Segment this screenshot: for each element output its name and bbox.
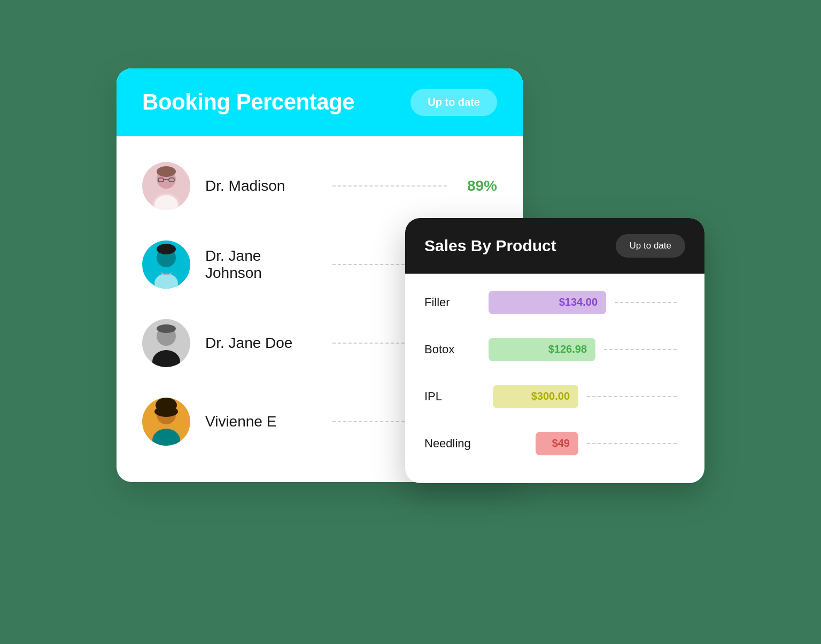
product-name-ipl: IPL <box>424 390 489 404</box>
filler-price: $134.00 <box>559 296 598 308</box>
avatar-jane-doe <box>142 319 190 367</box>
doctor-name-vivienne: Vivienne E <box>205 413 320 430</box>
doctor-name-madison: Dr. Madison <box>205 177 320 195</box>
svg-point-6 <box>157 166 176 177</box>
percentage-madison: 89% <box>460 177 497 195</box>
booking-title: Booking Percentage <box>142 89 354 115</box>
botox-price: $126.98 <box>548 343 587 355</box>
doctor-row-madison: Dr. Madison 89% <box>117 147 523 225</box>
product-row-filler: Filler $134.00 <box>405 279 704 326</box>
avatar-vivienne <box>142 398 190 446</box>
product-name-filler: Filler <box>424 296 489 309</box>
svg-point-15 <box>152 429 180 446</box>
product-row-needling: Needling $49 <box>405 420 704 467</box>
sales-title: Sales By Product <box>424 237 556 255</box>
product-name-needling: Needling <box>424 437 489 451</box>
svg-point-13 <box>157 324 176 333</box>
doctor-name-jane-johnson: Dr. Jane Johnson <box>205 247 320 282</box>
ipl-dashed <box>587 396 677 397</box>
doctor-name-jane-doe: Dr. Jane Doe <box>205 335 320 352</box>
svg-point-12 <box>152 350 180 367</box>
sales-up-to-date-button[interactable]: Up to date <box>616 234 685 258</box>
needling-bar: $49 <box>536 432 578 455</box>
svg-point-10 <box>157 244 176 254</box>
dashed-line-madison <box>332 185 447 187</box>
botox-bar-container: $126.98 <box>489 338 595 361</box>
svg-point-17 <box>154 406 178 417</box>
booking-up-to-date-button[interactable]: Up to date <box>410 89 497 116</box>
sales-body: Filler $134.00 Botox $126.98 <box>405 274 704 483</box>
botox-bar: $126.98 <box>489 338 595 361</box>
avatar-madison <box>142 162 190 210</box>
product-name-botox: Botox <box>424 343 489 356</box>
scene: Booking Percentage Up to date <box>117 68 704 576</box>
ipl-bar: $300.00 <box>493 385 578 408</box>
needling-price: $49 <box>552 437 570 449</box>
booking-header: Booking Percentage Up to date <box>117 68 523 136</box>
needling-dashed <box>587 443 677 444</box>
sales-by-product-card: Sales By Product Up to date Filler $134.… <box>405 218 704 483</box>
ipl-price: $300.00 <box>531 390 570 402</box>
avatar-jane-johnson <box>142 240 190 289</box>
filler-dashed <box>615 302 677 303</box>
sales-header: Sales By Product Up to date <box>405 218 704 274</box>
filler-bar-container: $134.00 <box>489 291 606 314</box>
product-row-botox: Botox $126.98 <box>405 326 704 373</box>
ipl-bar-container: $300.00 <box>489 385 578 408</box>
botox-dashed <box>604 349 677 350</box>
needling-bar-container: $49 <box>489 432 578 455</box>
filler-bar: $134.00 <box>489 291 606 314</box>
product-row-ipl: IPL $300.00 <box>405 373 704 420</box>
